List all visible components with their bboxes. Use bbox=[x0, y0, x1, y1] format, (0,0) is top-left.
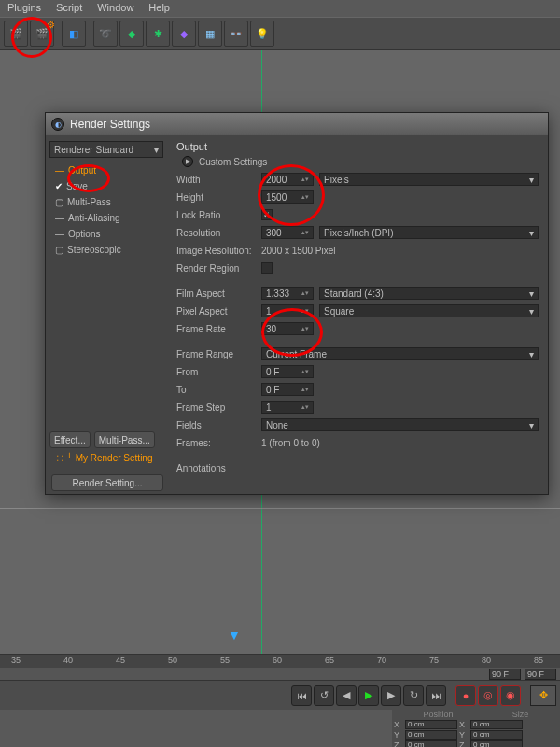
pixelaspect-field[interactable]: 1▴▾ bbox=[261, 304, 314, 317]
light-button[interactable]: 💡 bbox=[250, 21, 274, 47]
pixelaspect-dropdown[interactable]: Square▾ bbox=[319, 304, 539, 317]
keyframe-sel-button[interactable]: ◉ bbox=[500, 685, 521, 706]
environment-button[interactable]: ▦ bbox=[198, 21, 222, 47]
width-field[interactable]: 2000▴▾ bbox=[261, 173, 314, 186]
framestep-label: Frame Step bbox=[176, 402, 256, 413]
renderer-value: Standard bbox=[95, 145, 133, 155]
dialog-panel: Output ▶ Custom Settings Width 2000▴▾ Pi… bbox=[167, 135, 548, 472]
generator-button[interactable]: ◆ bbox=[119, 21, 144, 47]
goto-end-button[interactable]: ⏭ bbox=[426, 685, 446, 706]
filmaspect-dropdown[interactable]: Standard (4:3)▾ bbox=[319, 287, 539, 300]
framerate-field[interactable]: 30▴▾ bbox=[261, 322, 314, 335]
frame-field-1[interactable] bbox=[489, 669, 521, 680]
menu-plugins[interactable]: Plugins bbox=[7, 2, 41, 15]
width-label: Width bbox=[176, 175, 256, 185]
tick: 85 bbox=[534, 655, 543, 665]
dialog-icon: ◐ bbox=[51, 118, 64, 131]
pos-header: Position bbox=[424, 710, 454, 719]
step-back-button[interactable]: ◀ bbox=[336, 685, 357, 706]
render-setting-button[interactable]: Render Setting... bbox=[51, 474, 163, 491]
tick: 55 bbox=[220, 655, 230, 665]
resolution-unit-dropdown[interactable]: Pixels/Inch (DPI)▾ bbox=[319, 226, 539, 239]
render-pictureviewer-button[interactable]: 🎬 bbox=[4, 21, 28, 47]
annotations-label: Annotations bbox=[176, 463, 256, 472]
menu-window[interactable]: Window bbox=[97, 2, 133, 15]
timeline-ruler[interactable]: 35 40 45 50 55 60 65 70 75 80 85 bbox=[0, 655, 560, 668]
axis-marker-icon: ▼ bbox=[228, 627, 241, 642]
tick: 35 bbox=[11, 655, 21, 665]
custom-settings-label: Custom Settings bbox=[199, 157, 267, 167]
tick: 45 bbox=[116, 655, 125, 665]
tick: 60 bbox=[273, 655, 282, 665]
y-size-field[interactable] bbox=[470, 730, 523, 740]
from-field[interactable]: 0 F▴▾ bbox=[261, 365, 314, 378]
frames-value: 1 (from 0 to 0) bbox=[261, 438, 320, 448]
tick: 75 bbox=[429, 655, 439, 665]
filmaspect-label: Film Aspect bbox=[176, 289, 256, 299]
my-render-setting[interactable]: ⸬ └ My Render Setting bbox=[49, 449, 163, 466]
tree-antialiasing[interactable]: —Anti-Aliasing bbox=[49, 210, 163, 225]
lockratio-checkbox[interactable]: ✓ bbox=[261, 209, 273, 220]
y-label: Y bbox=[394, 730, 403, 740]
coordinates-panel: PositionSize XX YY ZZ bbox=[392, 710, 560, 747]
deformer-button[interactable]: ◆ bbox=[172, 21, 196, 47]
menu-help[interactable]: Help bbox=[148, 2, 170, 15]
preset-play-icon[interactable]: ▶ bbox=[182, 156, 193, 167]
tick: 70 bbox=[377, 655, 386, 665]
menubar: Plugins Script Window Help bbox=[0, 0, 560, 17]
frame-field-2[interactable] bbox=[525, 669, 556, 680]
resolution-field[interactable]: 300▴▾ bbox=[261, 226, 314, 239]
chevron-down-icon: ▾ bbox=[154, 145, 159, 155]
to-field[interactable]: 0 F▴▾ bbox=[261, 383, 314, 396]
effect-button[interactable]: Effect... bbox=[49, 431, 91, 448]
width-unit-dropdown[interactable]: Pixels▾ bbox=[319, 173, 539, 186]
spline-tool-button[interactable]: ➰ bbox=[93, 21, 118, 47]
z-size-field[interactable] bbox=[470, 740, 523, 748]
x-pos-field[interactable] bbox=[405, 720, 457, 729]
tick: 40 bbox=[63, 655, 73, 665]
play-button[interactable]: ▶ bbox=[358, 685, 379, 706]
renderer-label: Renderer bbox=[54, 145, 93, 155]
tree-options[interactable]: —Options bbox=[49, 226, 163, 241]
tree-output[interactable]: —Output bbox=[49, 162, 163, 177]
tree-multipass[interactable]: ▢Multi-Pass bbox=[49, 194, 163, 209]
panel-title: Output bbox=[176, 141, 539, 152]
y-pos-field[interactable] bbox=[405, 730, 457, 740]
size-header: Size bbox=[512, 710, 529, 719]
dialog-sidebar: Renderer Standard ▾ —Output ✔Save ▢Multi… bbox=[46, 135, 167, 472]
x-size-field[interactable] bbox=[470, 720, 523, 729]
z-pos-field[interactable] bbox=[405, 740, 457, 748]
renderer-dropdown[interactable]: Renderer Standard ▾ bbox=[49, 141, 163, 158]
frames-label: Frames: bbox=[176, 438, 256, 448]
renderregion-checkbox[interactable] bbox=[261, 262, 273, 274]
filmaspect-field[interactable]: 1.333▴▾ bbox=[261, 287, 314, 300]
tree-save[interactable]: ✔Save bbox=[49, 178, 163, 193]
dialog-title: Render Settings bbox=[70, 118, 150, 131]
render-settings-button[interactable]: 🎬⚙ bbox=[30, 21, 54, 47]
prev-key-button[interactable]: ↺ bbox=[314, 685, 334, 706]
autokey-button[interactable]: ◎ bbox=[478, 685, 498, 706]
imageres-value: 2000 x 1500 Pixel bbox=[261, 246, 336, 256]
framerange-dropdown[interactable]: Current Frame▾ bbox=[261, 347, 539, 360]
record-button[interactable]: ● bbox=[455, 685, 476, 706]
next-key-button[interactable]: ↻ bbox=[403, 685, 424, 706]
menu-script[interactable]: Script bbox=[56, 2, 82, 15]
dialog-titlebar[interactable]: ◐ Render Settings bbox=[46, 113, 548, 135]
camera-button[interactable]: 👓 bbox=[224, 21, 248, 47]
step-forward-button[interactable]: ▶ bbox=[381, 685, 401, 706]
tree-stereoscopic[interactable]: ▢Stereoscopic bbox=[49, 242, 163, 257]
tick: 80 bbox=[482, 655, 491, 665]
fields-dropdown[interactable]: None▾ bbox=[261, 418, 539, 431]
height-field[interactable]: 1500▴▾ bbox=[261, 190, 314, 204]
pixelaspect-label: Pixel Aspect bbox=[176, 306, 256, 317]
lockratio-label: Lock Ratio bbox=[176, 210, 256, 220]
fields-label: Fields bbox=[176, 420, 256, 430]
goto-start-button[interactable]: ⏮ bbox=[291, 685, 312, 706]
cube-primitive-button[interactable]: ◧ bbox=[62, 21, 86, 47]
multipass-button[interactable]: Multi-Pass... bbox=[94, 431, 155, 448]
move-tool-button[interactable]: ✥ bbox=[530, 685, 556, 706]
z-label: Z bbox=[394, 740, 403, 748]
framestep-field[interactable]: 1▴▾ bbox=[261, 401, 314, 414]
array-button[interactable]: ✱ bbox=[146, 21, 170, 47]
timeline[interactable]: 35 40 45 50 55 60 65 70 75 80 85 bbox=[0, 654, 560, 680]
